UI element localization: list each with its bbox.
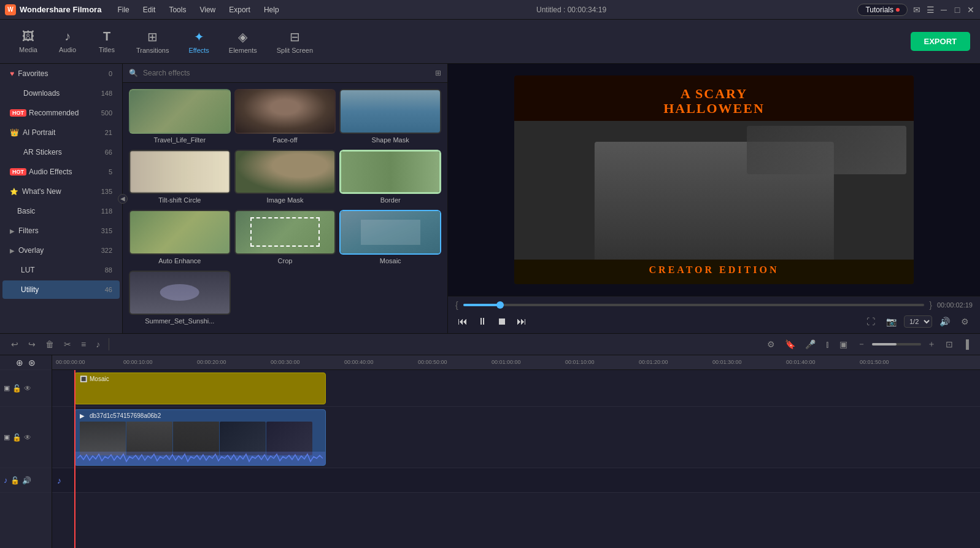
minimize-button[interactable]: ─	[939, 6, 948, 14]
toolbar-elements[interactable]: ◈ Elements	[220, 25, 266, 59]
effect-travel-life-filter[interactable]: Travel_Life_Filter	[129, 89, 231, 146]
link-icon[interactable]: ⊛	[28, 358, 36, 368]
add-track-icon[interactable]: ⊕	[16, 358, 23, 368]
play-pause-button[interactable]: ⏸	[475, 314, 490, 330]
toolbar-transitions[interactable]: ⊞ Transitions	[128, 25, 177, 59]
delete-button[interactable]: 🗑	[42, 337, 58, 352]
menu-help[interactable]: Help	[258, 4, 285, 16]
close-button[interactable]: ✕	[966, 6, 975, 14]
menu-file[interactable]: File	[111, 4, 135, 16]
preview-bottom-title: CREATOR EDITION	[514, 260, 913, 284]
menu-tools[interactable]: Tools	[163, 4, 192, 16]
sidebar-item-ai-portrait[interactable]: 👑 AI Portrait 21	[2, 123, 120, 142]
audio-eye-icon[interactable]: 🔊	[22, 476, 31, 485]
speed-button[interactable]: ≡	[77, 337, 90, 352]
sidebar-overlay-label: Overlay	[18, 246, 99, 255]
video-clip[interactable]: ▶ db37d1c574157698a06b2	[74, 409, 326, 466]
progress-thumb[interactable]	[496, 301, 504, 309]
message-icon[interactable]: ✉	[912, 6, 921, 14]
tl-fit-button[interactable]: ⊡	[942, 337, 957, 352]
grid-view-icon[interactable]: ⊞	[435, 69, 441, 77]
effect-face-off[interactable]: Face-off	[234, 89, 336, 146]
preview-panel: A SCARYHALLOWEEN CREATOR EDITION { } 00	[448, 64, 980, 333]
elements-icon: ◈	[238, 29, 247, 44]
step-forward-button[interactable]: ⏭	[514, 314, 529, 330]
tl-zoom-in-button[interactable]: ＋	[924, 336, 939, 352]
menu-view[interactable]: View	[193, 4, 222, 16]
sidebar-item-downloads[interactable]: Downloads 148	[2, 84, 120, 102]
effect-mosaic[interactable]: Mosaic	[339, 210, 441, 267]
mosaic-clip[interactable]: 🔳 Mosaic	[74, 372, 326, 404]
toolbar-titles[interactable]: T Titles	[88, 25, 125, 58]
menu-edit[interactable]: Edit	[137, 4, 162, 16]
tl-overlay-button[interactable]: ▣	[836, 337, 851, 352]
effect-auto-enhance[interactable]: Auto Enhance	[129, 210, 231, 267]
fullscreen-button[interactable]: ⛶	[863, 315, 879, 328]
page-selector[interactable]: 1/2	[904, 315, 932, 328]
sidebar-item-favorites[interactable]: ♥ Favorites 0	[2, 64, 120, 83]
effect-crop[interactable]: Crop	[234, 210, 336, 267]
tl-align-button[interactable]: ⫿	[822, 337, 833, 352]
screenshot-button[interactable]: 📷	[882, 315, 900, 328]
effect-tilt-shift-circle[interactable]: Tilt-shift Circle	[129, 150, 231, 207]
tl-zoom-out-button[interactable]: －	[854, 336, 870, 352]
effect-track-ctrl: ▣ 🔓 👁	[0, 370, 52, 407]
sidebar-item-overlay[interactable]: ▶ Overlay 322	[2, 241, 120, 260]
sidebar-item-filters[interactable]: ▶ Filters 315	[2, 222, 120, 240]
toolbar-effects[interactable]: ✦ Effects	[180, 25, 217, 59]
menu-export[interactable]: Export	[223, 4, 257, 16]
tl-collapse-button[interactable]: ▐	[959, 337, 973, 352]
video-clip-header: ▶ db37d1c574157698a06b2	[80, 412, 161, 419]
sidebar-item-recommended[interactable]: HOT Recommended 500	[2, 104, 120, 122]
sidebar-item-ar-stickers[interactable]: AR Stickers 66	[2, 143, 120, 161]
stop-button[interactable]: ⏹	[495, 314, 509, 330]
timeline-ruler[interactable]: 00:00:00:00 00:00:10:00 00:00:20:00 00:0…	[52, 355, 980, 370]
track-eye2-icon[interactable]: 👁	[24, 433, 31, 442]
tl-bookmark-button[interactable]: 🔖	[781, 337, 799, 352]
volume-button[interactable]: 🔊	[936, 315, 954, 328]
menu-icon[interactable]: ☰	[926, 6, 935, 14]
sidebar-ar-stickers-label: AR Stickers	[23, 148, 102, 156]
effect-label-tiltshift: Tilt-shift Circle	[156, 196, 203, 206]
sidebar-item-whats-new[interactable]: ⭐ What's New 135	[2, 182, 120, 201]
maximize-button[interactable]: □	[953, 6, 962, 14]
progress-track[interactable]	[463, 304, 925, 306]
sidebar-item-audio-effects[interactable]: HOT Audio Effects 5	[2, 163, 120, 181]
effect-border[interactable]: Border	[339, 150, 441, 207]
export-button[interactable]: EXPORT	[911, 32, 970, 51]
step-back-button[interactable]: ⏮	[455, 314, 470, 330]
tutorials-button[interactable]: Tutorials	[857, 4, 908, 16]
star-icon: ⭐	[10, 188, 18, 196]
sidebar-item-basic[interactable]: Basic 118	[2, 202, 120, 220]
undo-button[interactable]: ↩	[7, 337, 22, 352]
sidebar-utility-count: 46	[105, 286, 112, 293]
time-bracket-right[interactable]: }	[929, 300, 932, 310]
tl-settings-button[interactable]: ⚙	[763, 337, 779, 352]
track-lock-icon[interactable]: 🔓	[12, 384, 21, 393]
sidebar-item-utility[interactable]: Utility 46	[2, 280, 120, 299]
effects-search-input[interactable]	[143, 69, 430, 77]
toolbar-split-screen[interactable]: ⊟ Split Screen	[268, 25, 322, 59]
split-button[interactable]: ✂	[60, 337, 75, 352]
time-bracket-left[interactable]: {	[455, 300, 458, 310]
effect-image-mask[interactable]: Image Mask	[234, 150, 336, 207]
sidebar-recommended-count: 500	[101, 109, 112, 117]
audio-button[interactable]: ♪	[92, 337, 104, 352]
sidebar-item-lut[interactable]: LUT 88	[2, 261, 120, 279]
audio-lock-icon[interactable]: 🔓	[10, 476, 20, 485]
music-icon-row: ♪	[52, 468, 980, 492]
effect-shape-mask[interactable]: Shape Mask	[339, 89, 441, 146]
effect-summer-sunshine[interactable]: Summer_Set_Sunshi...	[129, 271, 231, 328]
track-eye-icon[interactable]: 👁	[24, 384, 31, 393]
track-video-icon: ▣	[4, 384, 10, 392]
zoom-track[interactable]	[872, 343, 921, 345]
sidebar-lut-count: 88	[105, 266, 112, 274]
toolbar-audio[interactable]: ♪ Audio	[49, 25, 86, 58]
track-lock2-icon[interactable]: 🔓	[12, 433, 21, 442]
tl-mic-button[interactable]: 🎤	[801, 337, 819, 352]
redo-button[interactable]: ↪	[25, 337, 39, 352]
toolbar-media[interactable]: 🖼 Media	[10, 25, 47, 58]
app-name: Wondershare Filmora	[20, 5, 101, 14]
settings-button[interactable]: ⚙	[957, 315, 973, 328]
collapse-panel-button[interactable]: ◀	[118, 194, 128, 204]
